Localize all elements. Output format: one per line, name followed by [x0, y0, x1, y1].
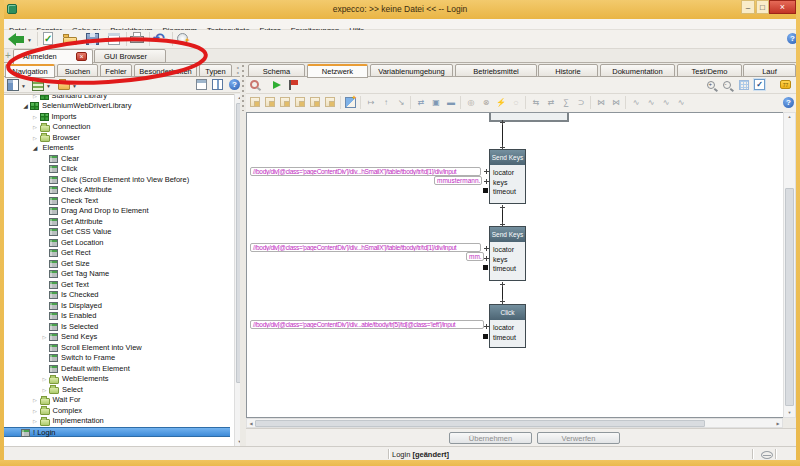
tree-expand-arrow[interactable]: ▷	[31, 416, 40, 427]
edit-tool-icon[interactable]: ↦	[365, 97, 377, 109]
tree-item-seleniumwebdriverlibrary[interactable]: ◢SeleniumWebDriverLibrary	[4, 101, 230, 112]
tree-item-is-selected[interactable]: Is Selected	[4, 322, 230, 333]
zoom-in-icon[interactable]: +	[707, 81, 715, 89]
value-label[interactable]: //body/div[@class='pageContentDiv']/div.…	[250, 167, 481, 176]
tree-item-check-text[interactable]: Check Text	[4, 196, 230, 207]
tree-item-get-attribute[interactable]: Get Attribute	[4, 217, 230, 228]
tree-item-implementation[interactable]: ▷Implementation	[4, 416, 230, 427]
edit-tool-icon[interactable]: ⇄	[545, 97, 557, 109]
tree-item-complex[interactable]: ▷Complex	[4, 406, 230, 417]
tree-help-icon[interactable]: ?	[229, 79, 240, 92]
edit-tool-icon[interactable]: ⊗	[480, 97, 492, 109]
tree-item-get-rect[interactable]: Get Rect	[4, 248, 230, 259]
tree-item-webelements[interactable]: ▷WebElements	[4, 374, 230, 385]
edit-tool-icon[interactable]	[250, 97, 262, 109]
history-icon[interactable]: ✦	[176, 32, 192, 47]
edit-tool-icon[interactable]	[280, 97, 292, 109]
tree-item-get-tag-name[interactable]: Get Tag Name	[4, 269, 230, 280]
tree-item-send-keys[interactable]: ▷Send Keys	[4, 332, 230, 343]
list-mode-button[interactable]: ▼	[32, 79, 44, 92]
tree-expand-arrow[interactable]: ◢	[31, 143, 40, 154]
tab-fehler[interactable]: Fehler	[100, 64, 132, 77]
value-label[interactable]: //body/div[@class='pageContentDiv']/div.…	[250, 320, 484, 329]
network-canvas[interactable]: Send KeyslocatorkeystimeoutSend Keysloca…	[246, 112, 783, 418]
open-folder-icon[interactable]	[63, 32, 79, 47]
new-check-doc-icon[interactable]: ✓	[41, 32, 57, 47]
tab-suchen[interactable]: Suchen	[57, 64, 98, 77]
tree-item-is-checked[interactable]: Is Checked	[4, 290, 230, 301]
edit-tool-icon[interactable]: ◎	[465, 97, 477, 109]
edit-tool-icon[interactable]: ∑	[560, 97, 572, 109]
tree-item-get-location[interactable]: Get Location	[4, 238, 230, 249]
tree-item-scroll-element-into-view[interactable]: Scroll Element into View	[4, 343, 230, 354]
canvas-help-icon[interactable]: ?	[783, 97, 794, 108]
tree-item-get-css-value[interactable]: Get CSS Value	[4, 227, 230, 238]
edit-tool-icon[interactable]	[265, 97, 277, 109]
tree-expand-arrow[interactable]: ▷	[31, 395, 40, 406]
value-label[interactable]: //body/div[@class='pageContentDiv']/div.…	[250, 243, 481, 252]
columns-icon[interactable]	[212, 79, 223, 92]
tree-item-drag-and-drop-to-element[interactable]: Drag And Drop to Element	[4, 206, 230, 217]
tab-schema[interactable]: Schema	[248, 64, 305, 77]
tree-item-connection[interactable]: ▷Connection	[4, 122, 230, 133]
edit-tool-icon[interactable]	[345, 97, 357, 109]
tab-netzwerk[interactable]: Netzwerk	[307, 64, 368, 78]
tree-item-get-size[interactable]: Get Size	[4, 259, 230, 270]
tree-expand-arrow[interactable]: ◢	[21, 101, 30, 112]
edit-tool-icon[interactable]	[295, 97, 307, 109]
edit-tool-icon[interactable]	[310, 97, 322, 109]
edit-tool-icon[interactable]: ⚡	[495, 97, 507, 109]
maximize-button[interactable]: □	[756, 0, 769, 14]
new-window-icon[interactable]	[107, 32, 123, 47]
back-arrow-icon[interactable]: ▼	[8, 33, 36, 46]
tree-expand-arrow[interactable]: ▷	[31, 406, 40, 417]
edit-tool-icon[interactable]: ◌	[510, 97, 522, 109]
close-button[interactable]: ×	[769, 0, 796, 14]
detach-icon[interactable]	[196, 79, 207, 92]
tab-close-icon[interactable]: ×	[76, 52, 87, 61]
edit-tool-icon[interactable]: ⊃	[575, 97, 587, 109]
edit-tool-icon[interactable]: ∿	[675, 97, 687, 109]
value-label[interactable]: mm.	[466, 252, 484, 261]
tree-item-imports[interactable]: ▷Imports	[4, 112, 230, 123]
tab-lauf[interactable]: Lauf	[743, 64, 796, 77]
tree-expand-arrow[interactable]: ▷	[40, 332, 49, 343]
node-click[interactable]: Clicklocatortimeout	[489, 304, 526, 348]
grid-icon[interactable]	[739, 80, 749, 90]
node-send-keys[interactable]: Send Keyslocatorkeystimeout	[489, 226, 526, 281]
tab-historie[interactable]: Historie	[538, 64, 598, 77]
view-mode-button[interactable]: ▼	[7, 79, 19, 92]
undo-icon[interactable]: ↶	[153, 32, 169, 47]
tree-item-switch-to-frame[interactable]: Switch to Frame	[4, 353, 230, 364]
edit-tool-icon[interactable]: ↑	[380, 97, 392, 109]
tree-item-click-scroll-element-into-view-before-[interactable]: Click (Scroll Element into View Before)	[4, 175, 230, 186]
canvas-vscrollbar[interactable]: ▲ ▼	[783, 112, 796, 418]
tab-betriebsmittel[interactable]: Betriebsmittel	[455, 64, 537, 77]
edit-tool-icon[interactable]: ▣	[430, 97, 442, 109]
tree-item-clear[interactable]: Clear	[4, 154, 230, 165]
tree-expand-arrow[interactable]: ▷	[40, 385, 49, 396]
edit-tool-icon[interactable]: ↘	[395, 97, 407, 109]
tab-besonderheiten[interactable]: Besonderheiten	[134, 64, 197, 77]
edit-tool-icon[interactable]	[325, 97, 337, 109]
breakpoint-flag-icon[interactable]	[289, 80, 291, 90]
notes-icon[interactable]: 77	[780, 80, 791, 89]
edit-tool-icon[interactable]: ⇄	[415, 97, 427, 109]
tree-item-default-with-element[interactable]: Default with Element	[4, 364, 230, 375]
edit-tool-icon[interactable]: ⋈	[595, 97, 607, 109]
play-icon[interactable]	[273, 81, 281, 89]
discard-button[interactable]: Verwerfen	[537, 432, 620, 444]
canvas-hscrollbar[interactable]: ◀ ▶	[246, 418, 783, 428]
document-tab-gui-browser[interactable]: GUI Browser	[94, 49, 166, 63]
tree-item--login[interactable]: ! Login	[4, 427, 230, 438]
apply-button[interactable]: Übernehmen	[449, 432, 532, 444]
edit-tool-icon[interactable]: ∿	[660, 97, 672, 109]
tab-dokumentation[interactable]: Dokumentation	[600, 64, 675, 77]
tree-item-click[interactable]: Click	[4, 164, 230, 175]
tree-item-wait-for[interactable]: ▷Wait For	[4, 395, 230, 406]
tree-item-select[interactable]: ▷Select	[4, 385, 230, 396]
tab-typen[interactable]: Typen	[199, 64, 232, 77]
tree-item-is-displayed[interactable]: Is Displayed	[4, 301, 230, 312]
folder-button[interactable]: ▼	[58, 79, 70, 92]
tree-expand-arrow[interactable]: ▷	[31, 94, 40, 101]
